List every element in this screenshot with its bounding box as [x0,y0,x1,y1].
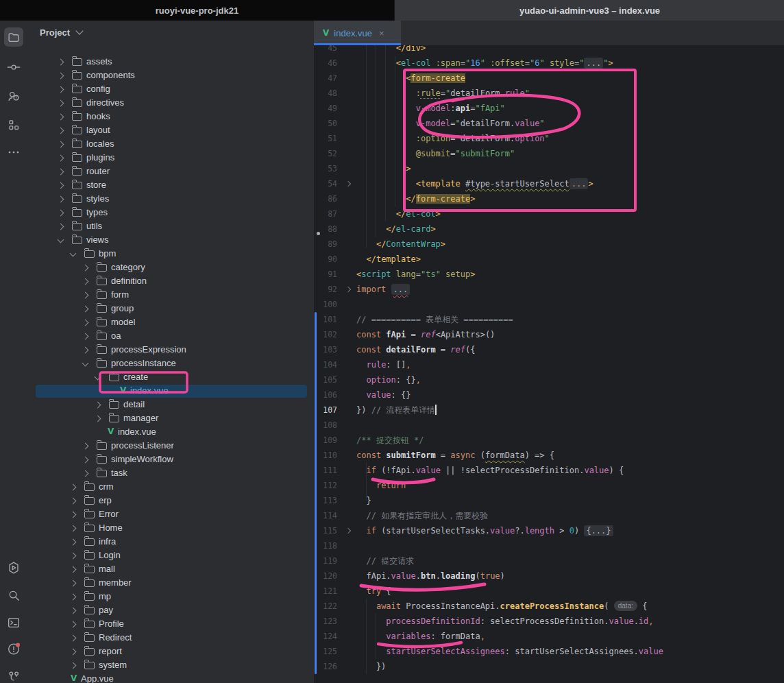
tree-item-router[interactable]: router [27,165,314,178]
tree-item-Error[interactable]: Error [27,507,314,521]
chevron-right-icon[interactable] [82,278,89,285]
chevron-right-icon[interactable] [70,621,77,628]
tree-item-processExpression[interactable]: processExpression [27,343,314,357]
chevron-right-icon[interactable] [70,525,77,532]
chevron-right-icon[interactable] [82,470,89,477]
code-line-46[interactable]: 46 <el-col :span="16" :offset="6" style=… [314,56,784,71]
chevron-right-icon[interactable] [82,292,89,299]
code-line-53[interactable]: 53 > [314,161,784,176]
tree-item-definition[interactable]: definition [27,274,314,288]
problems-icon[interactable] [4,639,23,658]
tree-item-Home[interactable]: Home [27,521,314,535]
chevron-right-icon[interactable] [70,594,77,601]
chevron-right-icon[interactable] [58,182,64,189]
code-line-49[interactable]: 49 v-model:api="fApi" [314,101,784,116]
chevron-down-icon[interactable] [95,374,101,381]
code-line-48[interactable]: 48 :rule="detailForm.rule" [314,86,784,101]
code-line-123[interactable]: 123 processDefinitionId: selectProcessDe… [314,614,784,629]
chevron-right-icon[interactable] [70,484,77,491]
chevron-right-icon[interactable] [82,265,89,272]
code-line-102[interactable]: 102const fApi = ref<ApiAttrs>() [314,327,784,342]
chevron-right-icon[interactable] [58,73,64,80]
tree-item-mp[interactable]: mp [27,590,314,603]
code-line-45[interactable]: 45 </div> [314,45,784,56]
tree-item-assets[interactable]: assets [27,55,314,69]
tree-item-directives[interactable]: directives [27,96,314,110]
code-line-109[interactable]: 109/** 提交按钮 */ [314,433,784,448]
code-line-120[interactable]: 120 fApi.value.btn.loading(true) [314,568,784,584]
code-line-54[interactable]: 54 <template #type-startUserSelect...> [314,176,784,191]
tree-item-Profile[interactable]: Profile [27,617,314,631]
tree-item-layout[interactable]: layout [27,123,314,137]
code-line-108[interactable]: 108 [314,418,784,433]
tree-item-Login[interactable]: Login [27,549,314,562]
tree-item-report[interactable]: report [27,645,314,658]
chevron-right-icon[interactable] [95,402,101,409]
code-line-51[interactable]: 51 :option="detailForm.option" [314,131,784,146]
chevron-right-icon[interactable] [70,635,77,642]
code-line-126[interactable]: 126 }) [314,659,784,674]
code-line-118[interactable]: 118 [314,538,784,553]
code-line-119[interactable]: 119 // 提交请求 [314,553,784,568]
code-line-124[interactable]: 124 variables: formData, [314,629,784,644]
tree-item-processListener[interactable]: processListener [27,439,314,453]
search-icon[interactable] [4,586,23,605]
code-line-86[interactable]: 86 </form-create> [314,191,784,206]
code-line-122[interactable]: 122 await ProcessInstanceApi.createProce… [314,599,784,614]
tree-item-create[interactable]: create [27,370,314,384]
code-line-50[interactable]: 50 v-model="detailForm.value" [314,116,784,131]
fold-arrow-icon[interactable] [345,287,351,292]
tree-item-config[interactable]: config [27,82,314,96]
git-branch-icon[interactable] [4,667,23,683]
code-line-91[interactable]: 91<script lang="ts" setup> [314,267,784,282]
tree-item-task[interactable]: task [27,466,314,480]
chevron-right-icon[interactable] [82,457,89,464]
code-editor[interactable]: 45 </div>46 <el-col :span="16" :offset="… [314,45,784,675]
chevron-right-icon[interactable] [58,224,64,230]
code-line-113[interactable]: 113 } [314,493,784,508]
tree-item-views[interactable]: views [27,233,314,247]
code-line-104[interactable]: 104 rule: [], [314,357,784,372]
code-line-90[interactable]: 90 </template> [314,252,784,267]
structure-icon[interactable] [4,115,23,134]
tree-item-hooks[interactable]: hooks [27,110,314,123]
run-icon[interactable] [4,558,23,577]
code-line-100[interactable]: 100 [314,297,784,312]
chevron-right-icon[interactable] [95,416,101,422]
pull-requests-icon[interactable]: ? [4,86,23,106]
code-line-125[interactable]: 125 startUserSelectAssignees: startUserS… [314,644,784,659]
code-line-87[interactable]: 87 </el-col> [314,206,784,221]
background-window-titlebar[interactable]: ruoyi-vue-pro-jdk21 [0,0,394,21]
commit-icon[interactable] [4,58,23,77]
tree-item-simpleWorkflow[interactable]: simpleWorkflow [27,453,314,466]
chevron-right-icon[interactable] [58,100,64,107]
tree-item-form[interactable]: form [27,288,314,302]
chevron-right-icon[interactable] [82,320,89,326]
tree-item-oa[interactable]: oa [27,329,314,343]
chevron-down-icon[interactable] [82,360,89,367]
code-line-89[interactable]: 89 </ContentWrap> [314,237,784,252]
chevron-right-icon[interactable] [58,155,64,162]
chevron-right-icon[interactable] [82,306,89,313]
tree-item-App.vue[interactable]: VApp.vue [27,672,314,683]
fold-arrow-icon[interactable] [345,181,351,187]
tree-item-index.vue[interactable]: Vindex.vue [27,425,314,439]
tree-item-processInstance[interactable]: processInstance [27,357,314,370]
chevron-right-icon[interactable] [58,128,64,134]
code-line-107[interactable]: 107}) // 流程表单详情 [314,403,784,418]
tree-item-plugins[interactable]: plugins [27,151,314,165]
tree-item-category[interactable]: category [27,261,314,274]
tree-item-bpm[interactable]: bpm [27,247,314,261]
chevron-right-icon[interactable] [70,608,77,614]
project-folder-icon[interactable] [4,27,23,47]
chevron-down-icon[interactable] [58,237,64,243]
code-line-92[interactable]: 92import ... [314,282,784,297]
code-line-105[interactable]: 105 option: {}, [314,372,784,387]
tree-item-locales[interactable]: locales [27,137,314,151]
chevron-right-icon[interactable] [58,169,64,176]
tree-item-store[interactable]: store [27,178,314,192]
chevron-right-icon[interactable] [70,662,77,669]
tree-item-detail[interactable]: detail [27,398,314,411]
chevron-right-icon[interactable] [58,114,64,121]
tree-item-system[interactable]: system [27,658,314,672]
